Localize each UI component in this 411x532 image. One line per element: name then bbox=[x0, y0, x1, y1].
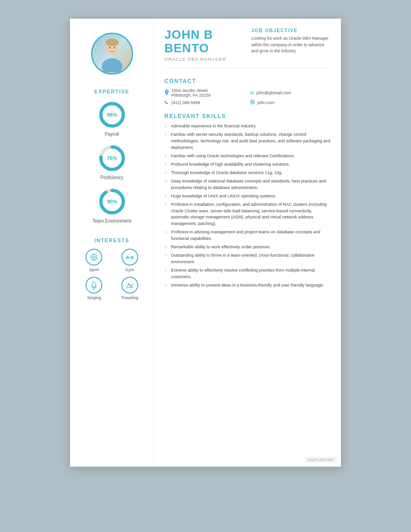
svg-text:76%: 76% bbox=[106, 155, 117, 161]
contact-email: ✉ john@ghimail.com bbox=[250, 88, 331, 98]
skills-heading: RELEVANT SKILLS bbox=[164, 113, 331, 119]
skill-item: Immense ability to present ideas in a bu… bbox=[164, 282, 331, 289]
gym-icon bbox=[121, 249, 138, 266]
location-icon bbox=[164, 90, 169, 96]
skill-item: Extreme ability to effectively resolve c… bbox=[164, 267, 331, 280]
interest-gym: Gym bbox=[113, 249, 147, 272]
skill-item: Familiar with using Oracle technologies … bbox=[164, 153, 331, 160]
name-block: JOHN B BENTO ORACLE DBA MANAGER bbox=[164, 28, 251, 62]
contact-phone: (412) 388-5999 bbox=[164, 99, 245, 105]
payroll-label: Payroll bbox=[105, 132, 119, 137]
interests-section: INTERESTS bbox=[77, 238, 147, 300]
interests-grid: Sport bbox=[77, 249, 147, 300]
skill-item: Outstanding ability to thrive in a team-… bbox=[164, 252, 331, 266]
skill-item: Huge knowledge of UNIX and LINUX operati… bbox=[164, 193, 331, 200]
interest-sport: Sport bbox=[77, 249, 111, 272]
sport-icon bbox=[85, 249, 102, 266]
objective-block: JOB OBJECTIVE Looking for work as Oracle… bbox=[251, 28, 331, 55]
svg-rect-18 bbox=[128, 256, 128, 259]
contact-website: john.com bbox=[250, 99, 331, 105]
payroll-donut-chart: 98% bbox=[97, 100, 127, 130]
phone-icon bbox=[164, 100, 169, 105]
skill-item: Familiar with server security standards,… bbox=[164, 132, 331, 151]
skills-section: RELEVANT SKILLS Admirable experience in … bbox=[164, 113, 331, 289]
page-background: EXPERTISE 98% Payroll bbox=[0, 0, 411, 532]
team-donut-chart: 90% bbox=[97, 187, 127, 217]
skill-item: Deep knowledge of relational database co… bbox=[164, 178, 331, 191]
person-name: JOHN B BENTO bbox=[164, 28, 251, 55]
proficiency-label: Proficiency bbox=[100, 175, 123, 180]
gym-label: Gym bbox=[125, 267, 134, 272]
svg-text:90%: 90% bbox=[106, 199, 117, 204]
singing-label: Singing bbox=[87, 295, 101, 300]
skill-item: Remarkable ability to work effectively u… bbox=[164, 244, 331, 251]
interest-singing: Singing bbox=[77, 277, 111, 300]
expertise-team: 90% Team Environment bbox=[77, 187, 147, 224]
skill-item: Thorough knowledge of Oracle database ve… bbox=[164, 170, 331, 176]
contact-heading: CONTACT bbox=[164, 78, 331, 84]
expertise-proficiency: 76% Proficiency bbox=[77, 143, 147, 180]
skill-item: Proficient in installation, configuratio… bbox=[164, 202, 331, 228]
expertise-payroll: 98% Payroll bbox=[77, 100, 147, 137]
traveling-label: Traveling bbox=[121, 295, 138, 300]
resume-document: EXPERTISE 98% Payroll bbox=[70, 19, 341, 467]
web-icon bbox=[250, 99, 255, 105]
objective-heading: JOB OBJECTIVE bbox=[251, 28, 331, 33]
svg-point-3 bbox=[109, 47, 110, 49]
singing-icon bbox=[85, 277, 102, 294]
objective-text: Looking for work as Oracle DBA Manager w… bbox=[251, 35, 331, 55]
watermark: TEMPLATE.NET bbox=[305, 457, 337, 463]
expertise-heading: EXPERTISE bbox=[77, 89, 147, 94]
svg-point-4 bbox=[113, 47, 115, 49]
address-text: 1594 Jacobs Street Pittsburgh, PA 15226 bbox=[171, 88, 211, 98]
expertise-section: EXPERTISE 98% Payroll bbox=[77, 89, 147, 230]
contact-section: CONTACT 1594 Jacobs Street Pittsburgh, P… bbox=[164, 78, 331, 105]
svg-text:98%: 98% bbox=[106, 112, 117, 118]
skill-item: Profound knowledge of high availability … bbox=[164, 161, 331, 168]
traveling-icon bbox=[121, 277, 138, 294]
proficiency-donut-chart: 76% bbox=[97, 143, 127, 173]
email-icon: ✉ bbox=[250, 90, 254, 96]
svg-rect-19 bbox=[131, 256, 132, 259]
team-label: Team Environment bbox=[92, 218, 131, 224]
avatar-image bbox=[92, 34, 132, 73]
skills-list: Admirable experience in the financial in… bbox=[164, 123, 331, 289]
skill-item: Proficient in advising management and pr… bbox=[164, 229, 331, 242]
avatar bbox=[91, 33, 133, 75]
sidebar: EXPERTISE 98% Payroll bbox=[70, 19, 154, 467]
person-title: ORACLE DBA MANAGER bbox=[164, 57, 251, 62]
contact-address: 1594 Jacobs Street Pittsburgh, PA 15226 bbox=[164, 88, 245, 98]
interest-traveling: Traveling bbox=[113, 277, 147, 300]
skill-item: Admirable experience in the financial in… bbox=[164, 123, 331, 130]
main-content: JOHN B BENTO ORACLE DBA MANAGER JOB OBJE… bbox=[154, 19, 341, 467]
contact-grid: 1594 Jacobs Street Pittsburgh, PA 15226 … bbox=[164, 88, 331, 105]
interests-heading: INTERESTS bbox=[77, 238, 147, 243]
sport-label: Sport bbox=[89, 267, 99, 272]
svg-point-5 bbox=[106, 39, 119, 46]
header-section: JOHN B BENTO ORACLE DBA MANAGER JOB OBJE… bbox=[164, 28, 331, 69]
